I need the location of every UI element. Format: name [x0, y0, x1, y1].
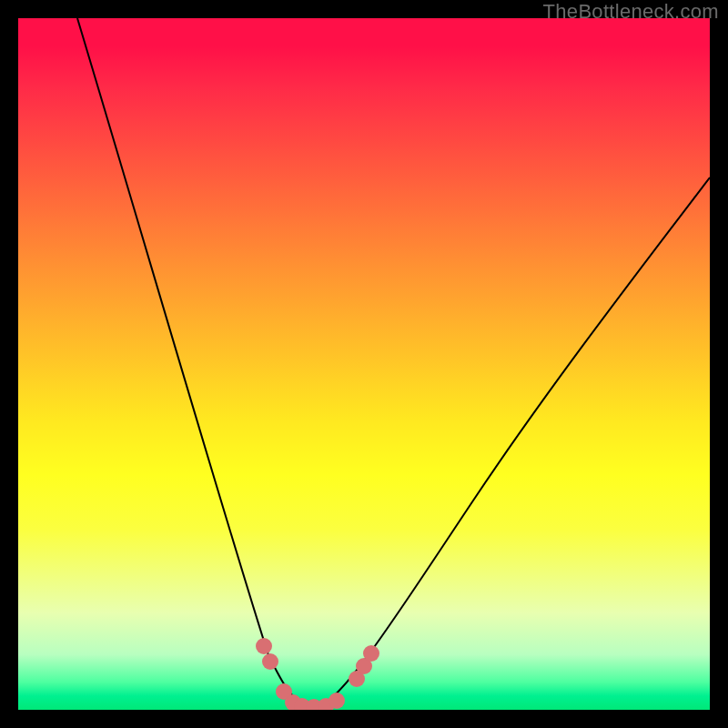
marker-dot	[262, 653, 278, 670]
watermark-text: TheBottleneck.com	[543, 0, 719, 24]
marker-group	[256, 638, 379, 710]
chart-svg	[18, 18, 710, 710]
curve-right-arm	[318, 177, 710, 707]
marker-dot	[256, 638, 272, 654]
marker-dot	[329, 693, 345, 709]
marker-dot	[363, 645, 379, 662]
chart-plot-area	[18, 18, 710, 710]
curve-left-arm	[77, 18, 309, 707]
